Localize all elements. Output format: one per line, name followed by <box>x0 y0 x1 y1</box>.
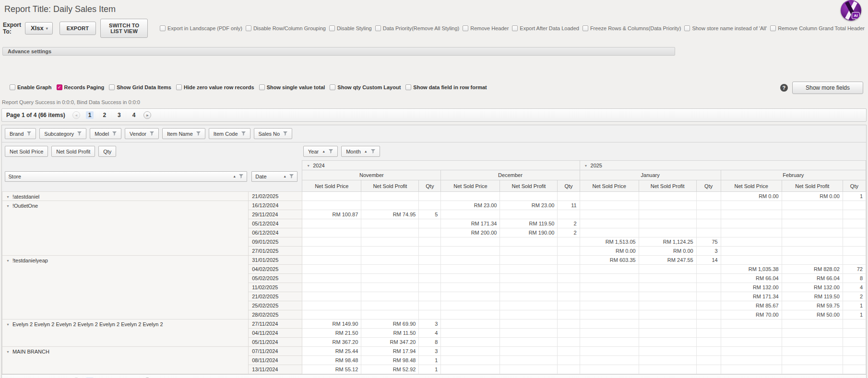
collapse-icon[interactable]: ▼ <box>307 164 310 167</box>
value-cell <box>441 247 500 256</box>
value-cell <box>580 228 639 237</box>
pager-prev-button[interactable]: ◂ <box>72 111 80 119</box>
value-cell <box>302 237 361 247</box>
display-option-checkbox-4[interactable] <box>259 84 265 90</box>
export-option-1[interactable]: Disable Row/Column Grouping <box>246 25 326 31</box>
advance-settings-expander[interactable]: Advance settings <box>2 47 675 56</box>
value-cell: RM 247.55 <box>639 256 696 265</box>
switch-to-list-view-button[interactable]: SWITCH TO LIST VIEW <box>100 19 148 38</box>
month-header-december: December <box>441 170 580 180</box>
export-option-checkbox-7[interactable] <box>684 25 690 31</box>
filter-field-item-name[interactable]: Item Name <box>162 128 205 139</box>
value-cell <box>580 210 639 219</box>
value-cell: RM 171.34 <box>721 292 782 301</box>
value-cell: 11 <box>558 201 580 210</box>
display-option-6[interactable]: Show data field in row format <box>405 84 487 90</box>
sort-asc-icon: ▲ <box>283 175 286 178</box>
filter-funnel-icon <box>371 149 375 154</box>
display-option-0[interactable]: Enable Graph <box>10 84 52 90</box>
value-cell <box>302 247 361 256</box>
filter-field-vendor[interactable]: Vendor <box>125 128 159 139</box>
collapse-icon[interactable]: ▼ <box>6 350 10 354</box>
export-option-checkbox-0[interactable] <box>160 25 166 31</box>
collapse-icon[interactable]: ▼ <box>6 259 10 262</box>
export-option-4[interactable]: Remove Header <box>463 25 509 31</box>
value-cell <box>558 256 580 265</box>
export-option-checkbox-4[interactable] <box>463 25 468 31</box>
display-option-checkbox-1[interactable]: ✓ <box>57 84 62 90</box>
filter-field-subcategory[interactable]: Subcategory <box>39 128 86 139</box>
export-option-3[interactable]: Data Priority(Remove All Styling) <box>375 25 460 31</box>
export-option-8[interactable]: Remove Column Grand Total Header <box>770 25 865 31</box>
export-option-checkbox-8[interactable] <box>770 25 776 31</box>
filter-field-model[interactable]: Model <box>90 128 121 139</box>
value-cell <box>419 274 441 283</box>
value-cell <box>721 319 782 329</box>
export-option-0[interactable]: Export in Landscape (PDF only) <box>160 25 242 31</box>
value-cell: RM 70.00 <box>721 310 782 319</box>
export-option-checkbox-6[interactable] <box>583 25 588 31</box>
export-button[interactable]: EXPORT <box>59 22 96 35</box>
filter-field-brand[interactable]: Brand <box>5 128 36 139</box>
value-cell <box>500 365 558 374</box>
collapse-icon[interactable]: ▼ <box>6 323 10 326</box>
year-group-2024[interactable]: ▼2024 <box>302 161 580 170</box>
value-cell <box>843 256 866 265</box>
display-option-5[interactable]: Show qty Custom Layout <box>330 84 401 90</box>
year-group-2025[interactable]: ▼2025 <box>580 161 866 170</box>
export-option-7[interactable]: Show store name instead of 'All' <box>684 25 767 31</box>
display-option-label-6: Show data field in row format <box>413 84 487 90</box>
display-option-checkbox-5[interactable] <box>330 84 335 90</box>
collapse-icon[interactable]: ▼ <box>584 164 588 167</box>
display-option-3[interactable]: Hide zero value row records <box>176 84 254 90</box>
value-cell <box>782 256 843 265</box>
help-icon[interactable]: ? <box>780 84 788 92</box>
value-cell <box>843 210 866 219</box>
export-format-dropdown[interactable]: Xlsx▾ <box>25 22 53 35</box>
value-cell: 72 <box>843 265 866 274</box>
export-option-2[interactable]: Disable Styling <box>329 25 372 31</box>
store-group-cell[interactable]: ▼!OutletOne <box>2 201 249 256</box>
collapse-icon[interactable]: ▼ <box>6 195 10 199</box>
page-number-2[interactable]: 2 <box>100 111 108 119</box>
display-option-checkbox-0[interactable] <box>10 84 15 90</box>
data-field-net-sold-price[interactable]: Net Sold Price <box>5 146 48 157</box>
column-field-month[interactable]: Month▲ <box>341 146 380 157</box>
value-cell <box>843 319 866 329</box>
page-number-4[interactable]: 4 <box>130 111 138 119</box>
store-group-cell[interactable]: ▼MAIN BRANCH <box>2 347 249 374</box>
page-number-1[interactable]: 1 <box>86 111 94 119</box>
display-option-checkbox-2[interactable] <box>109 84 115 90</box>
display-option-4[interactable]: Show single value total <box>259 84 325 90</box>
date-column-header[interactable]: Date▲ <box>251 171 297 182</box>
display-option-1[interactable]: ✓Records Paging <box>57 84 105 90</box>
value-cell <box>696 283 721 292</box>
app-logo[interactable]: AI <box>841 0 861 21</box>
show-more-fields-button[interactable]: Show more fields <box>792 82 863 94</box>
export-option-checkbox-1[interactable] <box>246 25 251 31</box>
value-cell <box>302 310 361 319</box>
export-option-checkbox-2[interactable] <box>329 25 335 31</box>
pager-next-button[interactable]: ▸ <box>143 111 151 119</box>
data-field-net-sold-profit[interactable]: Net Sold Profit <box>51 146 95 157</box>
filter-field-item-code[interactable]: Item Code <box>209 128 250 139</box>
store-group-cell[interactable]: ▼Evelyn 2 Evelyn 2 Evelyn 2 Evelyn 2 Eve… <box>2 319 249 347</box>
collapse-icon[interactable]: ▼ <box>6 204 10 208</box>
export-option-checkbox-5[interactable] <box>512 25 518 31</box>
display-option-checkbox-6[interactable] <box>405 84 411 90</box>
display-option-2[interactable]: Show Grid Data Items <box>109 84 171 90</box>
store-column-header[interactable]: Store▲ <box>5 171 248 182</box>
store-group-cell[interactable]: ▼!atestdaniel <box>2 192 249 201</box>
store-group-cell[interactable]: ▼!testdanielyeap <box>2 256 249 319</box>
filter-field-sales-no[interactable]: Sales No <box>254 128 293 139</box>
value-cell <box>419 219 441 228</box>
value-cell <box>639 265 696 274</box>
column-field-year[interactable]: Year▲ <box>303 146 338 157</box>
export-option-checkbox-3[interactable] <box>375 25 381 31</box>
display-option-checkbox-3[interactable] <box>176 84 182 90</box>
page-number-3[interactable]: 3 <box>115 111 123 119</box>
export-option-5[interactable]: Export After Data Loaded <box>512 25 579 31</box>
data-field-qty[interactable]: Qty <box>98 146 116 157</box>
value-cell <box>580 219 639 228</box>
export-option-6[interactable]: Freeze Rows & Columns(Data Priority) <box>583 25 681 31</box>
